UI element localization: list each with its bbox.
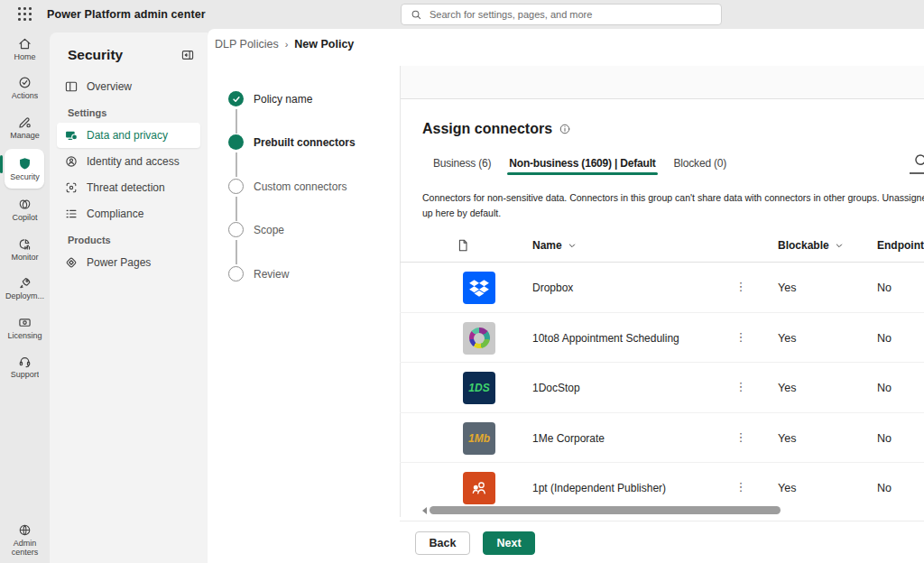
deployment-rocket-icon	[17, 275, 32, 291]
row-menu-button[interactable]: ⋮	[735, 380, 747, 393]
main-content: Assign connectors Business (6) Non-busin…	[400, 66, 924, 563]
manage-icon	[17, 115, 32, 130]
scroll-left-arrow[interactable]	[422, 507, 427, 514]
threat-detection-icon	[64, 180, 79, 195]
sidebar-item-licensing[interactable]: Licensing	[0, 308, 50, 347]
data-and-privacy-icon	[64, 128, 79, 143]
sidebar-item-copilot[interactable]: Copilot	[0, 190, 50, 230]
chevron-down-icon	[568, 241, 577, 250]
document-column-icon[interactable]	[456, 238, 470, 253]
home-icon	[17, 36, 32, 51]
sidebar-item-power-pages[interactable]: Power Pages	[57, 250, 200, 275]
search-icon	[913, 152, 924, 170]
connectors-table: Name Blockable Endpoint configurable Dro…	[400, 230, 924, 513]
sidebar-item-admin-centers[interactable]: Admin centers	[0, 521, 50, 560]
security-shield-icon	[17, 156, 32, 171]
rail-selection-indicator	[0, 155, 3, 173]
table-header: Name Blockable Endpoint configurable	[400, 230, 924, 263]
sidebar-item-threat-detection[interactable]: Threat detection	[57, 175, 200, 200]
global-search-input[interactable]: Search for settings, pages, and more	[401, 4, 722, 25]
table-row[interactable]: 1Mb 1Me Corporate ⋮ Yes No	[400, 413, 924, 464]
power-pages-icon	[64, 255, 79, 270]
identity-icon	[64, 154, 79, 169]
footer-divider	[400, 521, 924, 521]
next-button[interactable]: Next	[483, 531, 535, 555]
monitor-icon	[17, 236, 32, 252]
step-todo-icon	[228, 266, 244, 282]
panel-title: Security	[68, 47, 123, 63]
tab-blocked[interactable]: Blocked (0)	[672, 153, 729, 180]
row-menu-button[interactable]: ⋮	[735, 280, 747, 293]
left-nav-rail: Home Actions Manage Security Copilot Mon…	[0, 29, 50, 563]
sidebar-item-identity-and-access[interactable]: Identity and access	[57, 149, 200, 174]
step-current-icon	[228, 134, 244, 150]
power-platform-admin-center: Power Platform admin center Search for s…	[0, 0, 924, 563]
licensing-icon	[17, 315, 32, 330]
step-policy-name[interactable]: Policy name	[228, 91, 312, 106]
sidebar-item-monitor[interactable]: Monitor	[0, 229, 50, 269]
sidebar-item-manage[interactable]: Manage	[0, 107, 50, 147]
step-todo-icon	[228, 222, 244, 237]
sidebar-item-security[interactable]: Security	[0, 149, 50, 189]
tab-non-business[interactable]: Non-business (1609) | Default	[507, 153, 657, 180]
step-todo-icon	[228, 179, 244, 194]
pane-header-strip	[400, 66, 924, 99]
breadcrumb-dlp-policies[interactable]: DLP Policies	[215, 38, 279, 51]
step-done-icon	[228, 91, 244, 106]
actions-icon	[17, 75, 32, 90]
overview-icon	[64, 79, 79, 94]
1pt-logo	[463, 472, 495, 504]
breadcrumb: DLP Policies › New Policy	[215, 38, 354, 51]
info-icon[interactable]	[559, 123, 571, 135]
security-panel: Security Overview Settings Data and priv…	[50, 32, 208, 563]
row-menu-button[interactable]: ⋮	[735, 430, 747, 444]
connector-group-tabs: Business (6) Non-business (1609) | Defau…	[431, 153, 743, 180]
sidebar-item-overview[interactable]: Overview	[57, 74, 200, 99]
column-header-blockable[interactable]: Blockable	[778, 239, 844, 252]
10to8-logo	[463, 322, 495, 355]
step-review[interactable]: Review	[228, 266, 289, 282]
tab-business[interactable]: Business (6)	[431, 153, 493, 180]
tab-description: Connectors for non-sensitive data. Conne…	[422, 189, 924, 220]
row-menu-button[interactable]: ⋮	[735, 480, 747, 494]
admin-centers-icon	[17, 522, 32, 538]
page-title: Assign connectors	[422, 121, 571, 137]
step-prebuilt-connectors[interactable]: Prebuilt connectors	[228, 134, 356, 150]
back-button[interactable]: Back	[415, 531, 470, 555]
sidebar-item-data-and-privacy[interactable]: Data and privacy	[57, 123, 200, 148]
search-icon	[411, 9, 422, 21]
column-header-endpoint[interactable]: Endpoint configurable	[877, 239, 924, 252]
section-label-settings: Settings	[57, 100, 200, 123]
table-row[interactable]: 10to8 Appointment Scheduling ⋮ Yes No	[400, 313, 924, 364]
compliance-icon	[64, 207, 79, 221]
step-custom-connectors[interactable]: Custom connectors	[228, 179, 346, 194]
section-label-products: Products	[57, 227, 200, 250]
step-scope[interactable]: Scope	[228, 222, 284, 237]
table-search-button[interactable]	[913, 152, 924, 173]
top-bar: Power Platform admin center Search for s…	[0, 0, 924, 29]
support-headset-icon	[17, 354, 32, 369]
breadcrumb-chevron: ›	[285, 39, 289, 50]
copilot-icon	[17, 197, 32, 212]
scrollbar-thumb[interactable]	[430, 506, 781, 514]
waffle-menu-icon[interactable]	[18, 7, 32, 22]
sidebar-item-actions[interactable]: Actions	[0, 69, 50, 108]
table-row[interactable]: Dropbox ⋮ Yes No	[400, 263, 924, 313]
chevron-down-icon	[835, 241, 844, 250]
app-title[interactable]: Power Platform admin center	[47, 8, 206, 21]
wizard-footer: Back Next	[415, 531, 535, 555]
1me-corporate-logo: 1Mb	[463, 422, 495, 455]
column-header-name[interactable]: Name	[532, 239, 577, 252]
horizontal-scrollbar[interactable]	[409, 505, 924, 516]
1docstop-logo: 1DS	[463, 372, 495, 404]
sidebar-item-home[interactable]: Home	[0, 29, 50, 69]
collapse-panel-icon[interactable]	[180, 48, 195, 62]
table-row[interactable]: 1DS 1DocStop ⋮ Yes No	[400, 363, 924, 413]
sidebar-item-compliance[interactable]: Compliance	[57, 201, 200, 226]
row-menu-button[interactable]: ⋮	[735, 330, 747, 344]
sidebar-item-support[interactable]: Support	[0, 347, 50, 387]
sidebar-item-deployment[interactable]: Deploym...	[0, 269, 50, 309]
breadcrumb-current: New Policy	[294, 38, 354, 51]
dropbox-logo	[463, 272, 495, 304]
wizard-steps: Policy name Prebuilt connectors Custom c…	[208, 66, 400, 563]
